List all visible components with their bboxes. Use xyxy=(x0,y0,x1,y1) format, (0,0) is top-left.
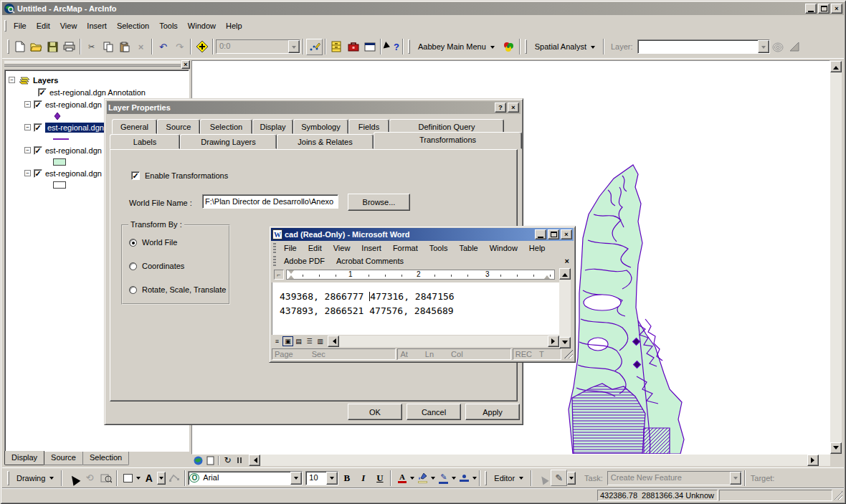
world-file-input[interactable] xyxy=(202,194,338,209)
dialog-titlebar[interactable]: Layer Properties ? × xyxy=(107,101,521,114)
tab-selection[interactable]: Selection xyxy=(82,452,129,465)
redo-button[interactable]: ↷ xyxy=(171,39,188,55)
arctoolbox-button[interactable] xyxy=(345,39,361,55)
text-tool-button[interactable]: A xyxy=(141,470,157,486)
font-size-dropdown-button[interactable] xyxy=(326,472,338,485)
horizontal-ruler[interactable]: 1 2 3 xyxy=(286,270,555,280)
refresh-view-button[interactable]: ↻ xyxy=(222,455,234,466)
collapse-box[interactable]: − xyxy=(24,101,31,108)
right-indent-marker[interactable] xyxy=(544,272,550,279)
minimize-button[interactable] xyxy=(805,4,817,14)
word-menu-tools[interactable]: Tools xyxy=(424,242,454,254)
word-menu-edit[interactable]: Edit xyxy=(303,242,328,254)
menu-tools[interactable]: Tools xyxy=(154,19,183,32)
command-window-button[interactable] xyxy=(361,39,378,55)
new-map-button[interactable] xyxy=(11,39,28,55)
layer-checkbox[interactable]: ✓ xyxy=(34,100,42,109)
scale-dropdown-button[interactable] xyxy=(288,40,300,53)
chevron-down-icon[interactable] xyxy=(472,477,477,482)
toc-gripper[interactable] xyxy=(4,61,181,67)
menu-selection[interactable]: Selection xyxy=(112,19,154,32)
line-symbol[interactable] xyxy=(53,138,69,140)
word-resize-grip[interactable] xyxy=(564,350,573,358)
polygon-symbol-green[interactable] xyxy=(53,158,66,166)
rotate-element-button[interactable]: ⟲ xyxy=(81,470,98,486)
paste-button[interactable] xyxy=(116,39,133,55)
scroll-up-button[interactable] xyxy=(830,61,842,72)
sketch-tool-button[interactable]: ✎ xyxy=(551,470,567,486)
tab-display[interactable]: Display xyxy=(252,119,293,134)
pause-drawing-button[interactable] xyxy=(234,455,244,466)
cut-button[interactable]: ✂ xyxy=(83,39,100,55)
hanging-indent-marker[interactable] xyxy=(288,272,294,279)
layer-checkbox[interactable]: ✓ xyxy=(34,123,42,132)
italic-button[interactable]: I xyxy=(355,470,371,486)
normal-view-button[interactable]: ≡ xyxy=(272,336,282,346)
layer-checkbox[interactable]: ✓ xyxy=(38,88,47,97)
scroll-right-button[interactable] xyxy=(548,336,559,347)
collapse-box[interactable]: − xyxy=(24,170,31,176)
layer-label[interactable]: est-regional.dgn Annotation xyxy=(49,88,146,97)
undo-button[interactable]: ↶ xyxy=(155,39,171,55)
tab-transformations[interactable]: Transformations xyxy=(374,132,522,149)
record-macro-indicator[interactable]: REC xyxy=(515,350,532,358)
scroll-track[interactable] xyxy=(559,280,571,337)
menu-window[interactable]: Window xyxy=(183,19,221,32)
data-view-button[interactable] xyxy=(192,455,204,466)
abbey-main-menu-button[interactable]: Aabbey Main Menu xyxy=(412,40,500,53)
font-dropdown-button[interactable] xyxy=(290,472,302,485)
collapse-box[interactable]: − xyxy=(24,147,31,153)
menu-edit[interactable]: Edit xyxy=(32,19,55,32)
toolbar-gripper[interactable] xyxy=(525,39,527,54)
font-color-button[interactable]: A xyxy=(394,470,410,486)
toolbar-gripper[interactable] xyxy=(273,256,276,266)
close-button[interactable]: × xyxy=(831,4,842,14)
rotate-scale-translate-radio[interactable] xyxy=(129,286,137,294)
map-vertical-scrollbar[interactable] xyxy=(830,61,842,454)
cancel-button[interactable]: Cancel xyxy=(407,404,461,420)
word-menu-format[interactable]: Format xyxy=(387,242,424,254)
drawing-menu-button[interactable]: Drawing xyxy=(11,472,59,485)
toolbar-gripper[interactable] xyxy=(408,39,410,54)
map-scale-combo[interactable]: 0:0 xyxy=(216,39,300,54)
toolbar-gripper[interactable] xyxy=(7,471,9,485)
word-maximize-button[interactable] xyxy=(548,229,559,239)
toc-root-label[interactable]: Layers xyxy=(33,76,58,85)
tab-source[interactable]: Source xyxy=(157,119,200,134)
toolbar-gripper[interactable] xyxy=(7,39,9,54)
print-layout-view-button[interactable]: ▤ xyxy=(293,336,304,346)
track-changes-indicator[interactable]: T xyxy=(539,350,544,358)
toolbar-gripper[interactable] xyxy=(485,471,487,485)
bold-button[interactable]: B xyxy=(338,470,355,486)
enable-transformations-checkbox[interactable]: ✓ xyxy=(131,171,140,180)
world-file-radio[interactable] xyxy=(129,239,137,247)
save-button[interactable] xyxy=(44,39,61,55)
coordinates-radio[interactable] xyxy=(129,262,137,270)
zoom-to-selected-button[interactable] xyxy=(98,470,114,486)
word-menu-table[interactable]: Table xyxy=(453,242,483,254)
collapse-box[interactable]: − xyxy=(9,77,15,83)
word-close-button[interactable]: × xyxy=(561,229,572,239)
menubar-gripper[interactable] xyxy=(273,243,276,253)
scroll-track[interactable] xyxy=(830,72,842,442)
layer-combo[interactable] xyxy=(637,39,770,54)
text-tool-dropdown[interactable] xyxy=(157,472,166,485)
tab-display[interactable]: Display xyxy=(4,451,44,465)
layer-dropdown-button[interactable] xyxy=(758,40,769,53)
scroll-left-button[interactable] xyxy=(249,455,260,466)
font-combo[interactable]: O Arial xyxy=(188,471,303,485)
word-document[interactable]: 439368, 2866777 477316, 2847156 437893, … xyxy=(272,282,559,335)
window-resize-grip[interactable] xyxy=(834,491,842,500)
menu-view[interactable]: View xyxy=(55,19,82,32)
point-symbol[interactable] xyxy=(53,112,62,120)
tab-general[interactable]: General xyxy=(112,119,157,134)
toolbar-close-button[interactable]: × xyxy=(565,257,569,265)
abbey-tool-button[interactable] xyxy=(500,39,517,55)
tab-joins-relates[interactable]: Joins & Relates xyxy=(277,134,374,149)
scroll-left-button[interactable] xyxy=(328,336,339,347)
menu-file[interactable]: File xyxy=(9,19,32,32)
word-vertical-scrollbar[interactable] xyxy=(559,268,571,348)
menubar-gripper[interactable] xyxy=(4,20,6,32)
scroll-track[interactable] xyxy=(260,455,807,466)
layer-label[interactable]: est-regional.dgn xyxy=(45,169,102,178)
